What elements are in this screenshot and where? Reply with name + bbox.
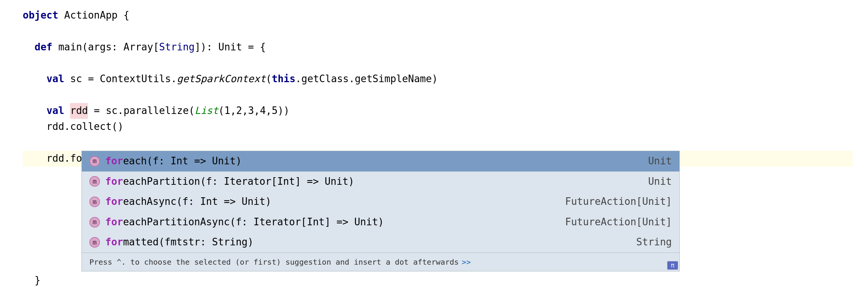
code-line-11: } (23, 273, 853, 287)
method-highlight-1: for (105, 155, 123, 167)
code-text: } (23, 273, 41, 287)
code-line-8: rdd.collect() (23, 119, 853, 135)
autocomplete-item-foreachasync[interactable]: m foreachAsync(f: Int => Unit) FutureAct… (82, 192, 679, 212)
return-type-3: FutureAction[Unit] (565, 194, 672, 210)
code-text: ]): Unit = { (195, 39, 266, 55)
method-text-4: foreachPartitionAsync(f: Iterator[Int] =… (105, 214, 384, 230)
return-type-5: String (636, 234, 672, 250)
code-text: rdd.collect() (23, 119, 123, 135)
autocomplete-footer: Press ^. to choose the selected (or firs… (82, 253, 679, 271)
method-icon-3: m (89, 197, 100, 207)
code-area: object ActionApp { def main(args: Array[… (23, 8, 853, 287)
code-line-3: def main(args: Array[String]): Unit = { (23, 39, 853, 55)
code-text: main(args: Array[ (52, 39, 159, 55)
method-getsparkcontext: getSparkContext (177, 71, 266, 87)
method-highlight-3: for (105, 196, 123, 207)
code-text: (1,2,3,4,5)) (219, 103, 290, 119)
type-string: String (159, 39, 195, 55)
code-text: ( (266, 71, 272, 87)
code-text: ActionApp { (58, 8, 130, 23)
method-text-2: foreachPartition(f: Iterator[Int] => Uni… (105, 174, 354, 190)
list-name: List (195, 103, 219, 119)
code-text (64, 103, 70, 119)
method-icon-5: m (89, 237, 100, 248)
editor-container: object ActionApp { def main(args: Array[… (0, 0, 868, 287)
method-highlight-2: for (105, 176, 123, 187)
keyword-object: object (23, 8, 58, 23)
method-icon-1: m (89, 156, 100, 167)
method-icon-4: m (89, 217, 100, 228)
footer-link[interactable]: >> (462, 256, 471, 268)
code-text: .getClass.getSimpleName) (295, 71, 438, 87)
autocomplete-item-foreachpartitionasync[interactable]: m foreachPartitionAsync(f: Iterator[Int]… (82, 212, 679, 232)
code-text (23, 39, 34, 55)
autocomplete-dropdown[interactable]: m foreach(f: Int => Unit) Unit m foreach… (81, 151, 680, 271)
code-line-4 (23, 55, 853, 71)
method-icon-2: m (89, 176, 100, 187)
code-line-5: val sc = ContextUtils.getSparkContext(th… (23, 71, 853, 87)
code-text (23, 71, 47, 87)
code-text: = sc.parallelize( (88, 103, 195, 119)
keyword-val: val (47, 71, 64, 87)
code-line-9 (23, 135, 853, 151)
pi-badge: π (667, 261, 678, 270)
method-text-5: formatted(fmtstr: String) (105, 234, 253, 250)
code-line-7: val rdd = sc.parallelize(List(1,2,3,4,5)… (23, 103, 853, 119)
method-text-3: foreachAsync(f: Int => Unit) (105, 194, 271, 210)
code-line-6 (23, 87, 853, 103)
footer-text: Press ^. to choose the selected (or firs… (89, 256, 459, 268)
return-type-4: FutureAction[Unit] (565, 214, 672, 230)
return-type-1: Unit (648, 153, 672, 169)
autocomplete-item-formatted[interactable]: m formatted(fmtstr: String) String (82, 232, 679, 253)
keyword-def: def (34, 39, 52, 55)
code-line-1: object ActionApp { (23, 8, 853, 23)
autocomplete-item-foreach[interactable]: m foreach(f: Int => Unit) Unit (82, 151, 679, 172)
autocomplete-item-foreachpartition[interactable]: m foreachPartition(f: Iterator[Int] => U… (82, 172, 679, 192)
code-text (23, 103, 47, 119)
method-highlight-4: for (105, 216, 123, 228)
return-type-2: Unit (648, 174, 672, 190)
keyword-val-2: val (47, 103, 64, 119)
method-highlight-5: for (105, 236, 123, 248)
code-text: sc = ContextUtils. (64, 71, 177, 87)
method-text-1: foreach(f: Int => Unit) (105, 153, 242, 169)
code-line-2 (23, 23, 853, 39)
keyword-this: this (272, 71, 295, 87)
code-text: rdd.for (23, 151, 88, 167)
rdd-highlight: rdd (70, 103, 88, 119)
